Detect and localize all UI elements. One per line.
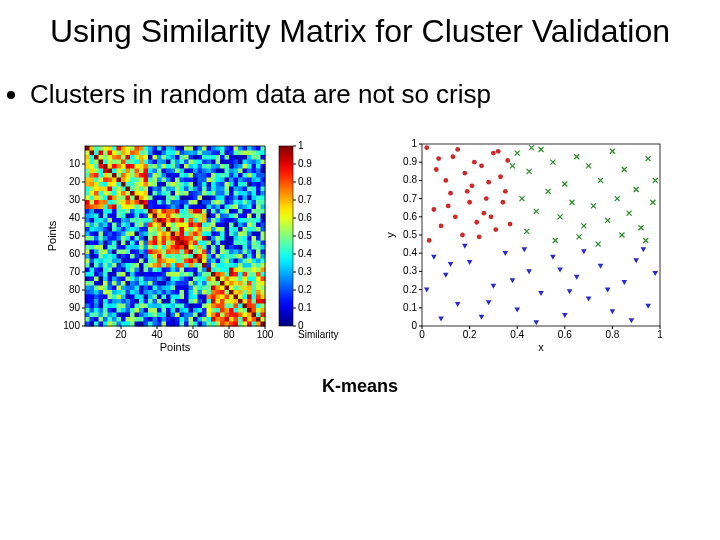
svg-rect-392 (229, 187, 234, 192)
svg-rect-563 (99, 209, 104, 214)
svg-rect-69 (216, 151, 221, 156)
svg-rect-46 (112, 151, 117, 156)
svg-rect-334 (148, 182, 153, 187)
svg-rect-901 (180, 245, 185, 250)
svg-rect-986 (202, 254, 207, 259)
svg-rect-1534 (148, 317, 153, 322)
svg-rect-1104 (193, 268, 198, 273)
svg-rect-1215 (153, 281, 158, 286)
svg-rect-73 (234, 151, 239, 156)
svg-rect-505 (198, 200, 203, 205)
svg-rect-375 (153, 187, 158, 192)
svg-rect-1460 (175, 308, 180, 313)
svg-text:0.3: 0.3 (298, 266, 312, 277)
svg-rect-193 (234, 164, 239, 169)
svg-rect-906 (202, 245, 207, 250)
svg-rect-992 (229, 254, 234, 259)
svg-text:70: 70 (69, 266, 81, 277)
svg-rect-1270 (220, 286, 225, 291)
svg-point-1720 (489, 215, 494, 220)
svg-rect-1505 (198, 313, 203, 318)
svg-rect-72 (229, 151, 234, 156)
svg-rect-1350 (220, 295, 225, 300)
svg-rect-296 (157, 178, 162, 183)
svg-rect-805 (108, 236, 113, 241)
svg-rect-517 (252, 200, 257, 205)
svg-rect-1393 (234, 299, 239, 304)
svg-rect-1467 (207, 308, 212, 313)
svg-rect-1387 (207, 299, 212, 304)
svg-rect-1341 (180, 295, 185, 300)
svg-rect-1030 (220, 259, 225, 264)
svg-rect-185 (198, 164, 203, 169)
svg-rect-1454 (148, 308, 153, 313)
svg-rect-1211 (135, 281, 140, 286)
svg-rect-291 (135, 178, 140, 183)
svg-rect-876 (247, 241, 252, 246)
svg-rect-366 (112, 187, 117, 192)
svg-rect-866 (202, 241, 207, 246)
svg-rect-1032 (229, 259, 234, 264)
svg-rect-686 (112, 223, 117, 228)
svg-rect-1070 (220, 263, 225, 268)
svg-rect-753 (234, 227, 239, 232)
svg-rect-1525 (108, 317, 113, 322)
svg-rect-303 (189, 178, 194, 183)
svg-rect-1074 (238, 263, 243, 268)
svg-rect-1156 (247, 272, 252, 277)
svg-rect-1446 (112, 308, 117, 313)
svg-rect-1117 (252, 268, 257, 273)
svg-rect-1367 (117, 299, 122, 304)
svg-rect-1511 (225, 313, 230, 318)
svg-rect-433 (234, 191, 239, 196)
svg-rect-935 (153, 250, 158, 255)
svg-rect-1520 (85, 317, 90, 322)
svg-rect-1347 (207, 295, 212, 300)
svg-rect-848 (121, 241, 126, 246)
svg-rect-618 (166, 214, 171, 219)
svg-rect-625 (198, 214, 203, 219)
svg-rect-1173 (144, 277, 149, 282)
svg-rect-1509 (216, 313, 221, 318)
svg-rect-837 (252, 236, 257, 241)
svg-rect-131 (135, 160, 140, 165)
svg-rect-1152 (229, 272, 234, 277)
svg-rect-1493 (144, 313, 149, 318)
svg-rect-1098 (166, 268, 171, 273)
svg-rect-387 (207, 187, 212, 192)
svg-rect-461 (180, 196, 185, 201)
svg-rect-1553 (234, 317, 239, 322)
svg-rect-1539 (171, 317, 176, 322)
svg-rect-1157 (252, 272, 257, 277)
svg-rect-948 (211, 250, 216, 255)
svg-point-1706 (443, 178, 448, 183)
svg-rect-781 (180, 232, 185, 237)
svg-rect-983 (189, 254, 194, 259)
svg-rect-1356 (247, 295, 252, 300)
svg-rect-669 (216, 218, 221, 223)
svg-rect-574 (148, 209, 153, 214)
svg-rect-166 (112, 164, 117, 169)
svg-rect-100 (175, 155, 180, 160)
svg-rect-360 (85, 187, 90, 192)
svg-rect-1524 (103, 317, 108, 322)
svg-rect-597 (252, 209, 257, 214)
svg-rect-390 (220, 187, 225, 192)
svg-rect-280 (85, 178, 90, 183)
svg-rect-1487 (117, 313, 122, 318)
slide-title: Using Similarity Matrix for Cluster Vali… (0, 0, 720, 49)
svg-rect-520 (85, 205, 90, 210)
svg-rect-716 (247, 223, 252, 228)
svg-rect-344 (193, 182, 198, 187)
svg-point-1719 (477, 235, 482, 240)
svg-rect-1500 (175, 313, 180, 318)
svg-rect-1431 (225, 304, 230, 309)
svg-rect-763 (99, 232, 104, 237)
svg-rect-351 (225, 182, 230, 187)
svg-rect-525 (108, 205, 113, 210)
svg-rect-969 (126, 254, 131, 259)
svg-rect-356 (247, 182, 252, 187)
svg-rect-582 (184, 209, 189, 214)
svg-rect-1427 (207, 304, 212, 309)
svg-rect-1306 (202, 290, 207, 295)
